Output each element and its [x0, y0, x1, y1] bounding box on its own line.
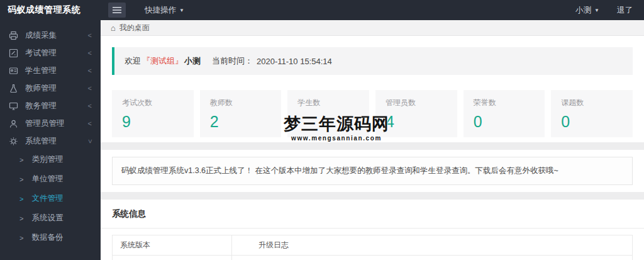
announcement-panel: 码蚁成绩管理系统v1.3.6正式上线了！ 在这个版本中增加了大家想要的教师登录查… — [101, 150, 644, 192]
system-version-label: 系统版本 — [113, 235, 232, 256]
chevron-down-icon: < — [86, 139, 93, 143]
sidebar-subitem-label: 单位管理 — [31, 174, 63, 184]
chevron-right-icon: > — [19, 156, 23, 164]
system-version-cell: 升级日志 — [232, 235, 633, 256]
welcome-group-name: 『测试组』 — [142, 55, 183, 67]
table-row: 系统版本 升级日志 — [113, 235, 633, 256]
welcome-prefix: 欢迎 — [125, 55, 141, 67]
sidebar-subitem-file-management[interactable]: > 文件管理 — [0, 189, 101, 208]
upgrade-log-link[interactable]: 升级日志 — [240, 240, 289, 251]
welcome-username: 小测 — [184, 55, 201, 67]
sidebar-item-admin-management[interactable]: 管理员管理 < — [0, 115, 101, 132]
sidebar-item-label: 教师管理 — [25, 83, 57, 94]
sidebar-subitem-category-management[interactable]: > 类别管理 — [0, 150, 101, 169]
chevron-left-icon: < — [88, 50, 92, 57]
sidebar-item-label: 考试管理 — [25, 48, 57, 59]
sidebar-item-academic-management[interactable]: 教务管理 < — [0, 97, 101, 115]
current-time-label: 当前时间： — [212, 55, 253, 67]
chevron-left-icon: < — [88, 103, 92, 110]
sidebar-subitem-data-backup[interactable]: > 数据备份 — [0, 228, 101, 247]
quick-actions-dropdown[interactable]: 快捷操作 ▼ — [145, 5, 184, 16]
logout-button[interactable]: 退了 — [617, 5, 633, 16]
sidebar-subitem-label: 系统设置 — [31, 213, 63, 223]
stat-card-project-count: 课题数 0 — [551, 90, 633, 137]
divider — [101, 228, 644, 229]
quick-actions-label: 快捷操作 — [145, 5, 176, 16]
stats-row: 考试次数 9 教师数 2 学生数 管理员数 4 荣誉数 0 — [112, 90, 633, 137]
stat-card-exam-count: 考试次数 9 — [112, 90, 194, 137]
sidebar-item-exam-management[interactable]: 考试管理 < — [0, 44, 101, 62]
chevron-right-icon: > — [19, 195, 23, 203]
sidebar-subitem-system-settings[interactable]: > 系统设置 — [0, 208, 101, 228]
system-info-title: 系统信息 — [112, 208, 633, 220]
main-content: ⌂ 我的桌面 欢迎 『测试组』 小测 当前时间： 2020-11-10 15:5… — [101, 20, 644, 260]
sidebar-item-label: 系统管理 — [25, 136, 57, 147]
student-card-icon — [9, 66, 18, 76]
chevron-left-icon: < — [88, 32, 92, 39]
app-title: 码蚁成绩管理系统 — [0, 4, 101, 16]
chevron-right-icon: > — [19, 215, 23, 222]
stat-label: 管理员数 — [386, 98, 447, 108]
sidebar-toggle-button[interactable] — [108, 3, 126, 18]
sidebar-item-system-management[interactable]: 系统管理 < — [0, 132, 101, 150]
stat-value: 2 — [210, 113, 272, 131]
current-time-value: 2020-11-10 15:54:14 — [257, 57, 332, 66]
chevron-left-icon: < — [88, 85, 92, 92]
system-info-table: 系统版本 升级日志 服务器地址 172.17.62.142 — [112, 235, 633, 260]
stat-value — [297, 113, 359, 131]
chevron-left-icon: < — [88, 120, 92, 127]
panel-gap — [101, 192, 644, 200]
stat-value: 4 — [386, 113, 447, 131]
chevron-down-icon: ▼ — [179, 8, 184, 13]
hamburger-icon — [113, 6, 121, 14]
chevron-right-icon: > — [19, 234, 23, 242]
system-info-panel: 系统信息 系统版本 升级日志 服务器地址 172.17.62.142 — [101, 200, 644, 260]
chevron-right-icon: > — [19, 176, 23, 183]
stat-card-student-count: 学生数 — [287, 90, 369, 137]
table-row: 服务器地址 172.17.62.142 — [113, 256, 633, 260]
chevron-left-icon: < — [88, 67, 92, 74]
announcement-text: 码蚁成绩管理系统v1.3.6正式上线了！ 在这个版本中增加了大家想要的教师登录查… — [112, 157, 633, 185]
stat-value: 9 — [122, 113, 184, 131]
sidebar-item-teacher-management[interactable]: 教师管理 < — [0, 79, 101, 97]
sidebar-item-student-management[interactable]: 学生管理 < — [0, 62, 101, 79]
sidebar-item-label: 成绩采集 — [25, 30, 57, 41]
stat-label: 教师数 — [210, 98, 272, 108]
sidebar: 成绩采集 < 考试管理 < 学生管理 < — [0, 20, 101, 260]
exam-icon — [9, 48, 18, 58]
stat-card-honor-count: 荣誉数 0 — [464, 90, 545, 137]
welcome-banner: 欢迎 『测试组』 小测 当前时间： 2020-11-10 15:54:14 — [112, 47, 633, 75]
stat-value: 0 — [561, 113, 623, 131]
panel-gap — [101, 142, 644, 150]
breadcrumb[interactable]: ⌂ 我的桌面 — [101, 20, 644, 36]
stat-label: 学生数 — [297, 98, 359, 108]
stat-label: 考试次数 — [122, 98, 184, 108]
server-address-label: 服务器地址 — [113, 256, 232, 260]
stat-label: 课题数 — [561, 98, 623, 108]
flask-icon — [9, 84, 18, 93]
gear-icon — [9, 137, 18, 146]
stat-label: 荣誉数 — [474, 98, 535, 108]
stat-card-teacher-count: 教师数 2 — [200, 90, 282, 137]
monitor-icon — [9, 101, 18, 111]
chevron-down-icon: ▼ — [594, 8, 599, 13]
sidebar-subitem-unit-management[interactable]: > 单位管理 — [0, 169, 101, 189]
stat-value: 0 — [474, 113, 535, 131]
user-menu-dropdown[interactable]: 小测 ▼ — [575, 5, 599, 16]
sidebar-subitem-label: 类别管理 — [31, 154, 63, 165]
dashboard-panel: 欢迎 『测试组』 小测 当前时间： 2020-11-10 15:54:14 考试… — [101, 36, 644, 142]
server-address-value: 172.17.62.142 — [232, 256, 633, 260]
sidebar-subitem-label: 文件管理 — [31, 193, 63, 204]
user-icon — [9, 119, 18, 128]
sidebar-item-score-collect[interactable]: 成绩采集 < — [0, 26, 101, 44]
app-root: 码蚁成绩管理系统 快捷操作 ▼ 小测 ▼ 退了 — [0, 0, 644, 260]
username-label: 小测 — [575, 5, 591, 16]
sidebar-subitem-label: 数据备份 — [31, 232, 63, 243]
breadcrumb-label: 我的桌面 — [119, 23, 150, 33]
stat-card-admin-count: 管理员数 4 — [375, 90, 457, 137]
home-icon: ⌂ — [111, 23, 116, 33]
sidebar-item-label: 管理员管理 — [25, 118, 65, 129]
sidebar-item-label: 学生管理 — [25, 65, 57, 76]
printer-icon — [9, 31, 18, 40]
topbar: 码蚁成绩管理系统 快捷操作 ▼ 小测 ▼ 退了 — [0, 0, 644, 20]
